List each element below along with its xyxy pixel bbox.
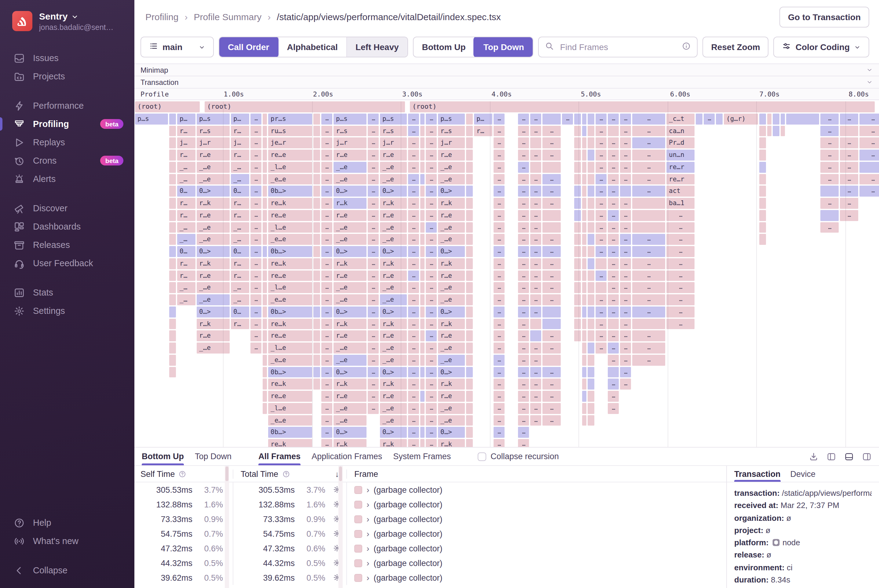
flame-frame[interactable]: … (368, 126, 379, 136)
flame-frame[interactable]: p…s (438, 114, 465, 124)
flame-frame[interactable] (313, 246, 320, 257)
flame-frame[interactable] (582, 138, 586, 148)
flame-frame[interactable]: r… (231, 126, 249, 136)
flame-frame[interactable]: _… (177, 234, 195, 245)
flame-frame[interactable] (588, 391, 594, 402)
flame-frame[interactable]: p… (231, 114, 249, 124)
flame-frame[interactable]: … (408, 403, 419, 414)
flame-frame[interactable]: _e…e (268, 355, 312, 366)
flame-frame[interactable]: … (530, 114, 541, 124)
flame-frame[interactable]: … (426, 355, 437, 366)
flame-frame[interactable]: … (321, 403, 332, 414)
flame-frame[interactable]: r…k (197, 198, 230, 209)
flame-frame[interactable]: … (408, 355, 419, 366)
flame-frame[interactable] (574, 246, 581, 257)
flame-frame[interactable]: … (518, 403, 529, 414)
flame-frame[interactable] (759, 198, 766, 209)
flame-frame[interactable]: r…e (380, 331, 407, 342)
flame-frame[interactable]: r…k (438, 258, 465, 269)
flame-frame[interactable] (582, 126, 586, 136)
flame-frame[interactable]: … (530, 294, 541, 305)
flame-frame[interactable]: _…e (380, 415, 407, 426)
flame-frame[interactable] (588, 415, 594, 426)
flame-frame[interactable] (574, 198, 581, 209)
flame-frame[interactable]: _…e (380, 342, 407, 354)
flame-frame[interactable]: _…e (197, 282, 230, 293)
flame-frame[interactable] (466, 318, 473, 329)
flame-frame[interactable]: … (494, 198, 505, 209)
flame-frame[interactable]: … (820, 150, 839, 160)
flame-frame[interactable] (169, 150, 176, 160)
flame-frame[interactable]: … (608, 150, 619, 160)
flame-frame[interactable] (313, 210, 320, 221)
flame-frame[interactable]: … (820, 114, 839, 124)
flame-frame[interactable]: _…e (380, 403, 407, 414)
flame-frame[interactable]: r… (231, 210, 249, 221)
flame-frame[interactable] (263, 306, 267, 318)
flame-frame[interactable]: … (518, 198, 529, 209)
flame-frame[interactable]: ca…n (666, 126, 694, 136)
flame-frame[interactable] (313, 270, 320, 281)
flame-frame[interactable] (632, 210, 665, 221)
flame-frame[interactable]: … (620, 318, 631, 329)
flame-frame[interactable]: r… (231, 150, 249, 160)
flame-frame[interactable]: _…e (380, 222, 407, 233)
flame-frame[interactable] (466, 306, 473, 318)
flame-frame[interactable]: … (321, 367, 332, 378)
flame-frame[interactable]: (root) (204, 101, 405, 112)
flame-frame[interactable] (588, 198, 594, 209)
flame-frame[interactable]: … (321, 138, 332, 148)
flame-frame[interactable]: … (321, 210, 332, 221)
frame-settings-gear-icon[interactable] (333, 574, 341, 582)
flame-frame[interactable]: … (608, 342, 619, 354)
flame-frame[interactable]: p… (474, 114, 492, 124)
flame-frame[interactable]: … (426, 114, 437, 124)
flame-frame[interactable]: r…e (438, 150, 465, 160)
flame-frame[interactable]: … (321, 294, 332, 305)
flame-frame[interactable]: 0…> (334, 306, 367, 318)
flame-frame[interactable] (759, 138, 766, 148)
flame-frame[interactable]: … (321, 318, 332, 329)
flame-frame[interactable]: … (408, 174, 419, 185)
flame-frame[interactable]: r… (231, 318, 249, 329)
search-input[interactable] (559, 42, 677, 52)
sidebar-item-help[interactable]: Help (0, 513, 134, 532)
flame-frame[interactable] (781, 114, 785, 124)
flame-frame[interactable]: … (408, 331, 419, 342)
flame-frame[interactable] (608, 318, 619, 329)
flame-frame[interactable] (263, 318, 267, 329)
flame-frame[interactable] (781, 126, 785, 136)
flame-frame[interactable] (466, 234, 473, 245)
flame-frame[interactable]: … (368, 258, 379, 269)
flame-frame[interactable]: 0…> (438, 306, 465, 318)
flame-frame[interactable] (582, 379, 586, 390)
flame-frame[interactable]: … (321, 126, 332, 136)
frame-cell[interactable]: ›(garbage collector) (347, 512, 726, 526)
flame-frame[interactable]: _l…e (268, 282, 312, 293)
flame-frame[interactable]: … (608, 138, 619, 148)
flame-frame[interactable]: … (368, 198, 379, 209)
flame-frame[interactable]: p…s (334, 114, 367, 124)
flame-frame[interactable]: … (632, 138, 665, 148)
flame-frame[interactable]: r…e (197, 150, 230, 160)
flame-frame[interactable]: … (518, 150, 529, 160)
flame-frame[interactable]: … (530, 246, 541, 257)
flame-frame[interactable]: … (542, 234, 561, 245)
flame-frame[interactable] (263, 270, 267, 281)
flame-frame[interactable]: … (632, 355, 665, 366)
sidebar-item-whats-new[interactable]: What's new (0, 532, 134, 550)
org-switcher[interactable]: Sentry jonas.badalic@sent… (0, 0, 134, 40)
chevron-right-icon[interactable]: › (367, 573, 369, 582)
flame-frame[interactable]: _…e (334, 342, 367, 354)
flame-frame[interactable]: … (368, 210, 379, 221)
flame-frame[interactable]: … (518, 222, 529, 233)
flame-frame[interactable] (313, 331, 320, 342)
flame-frame[interactable]: … (632, 294, 665, 305)
sidebar-item-alerts[interactable]: Alerts (0, 170, 134, 188)
tab-device[interactable]: Device (790, 466, 816, 482)
flame-frame[interactable]: … (321, 258, 332, 269)
flame-frame[interactable] (420, 294, 425, 305)
flame-frame[interactable]: _…e (334, 415, 367, 426)
flame-frame[interactable]: … (321, 379, 332, 390)
flame-frame[interactable] (466, 270, 473, 281)
